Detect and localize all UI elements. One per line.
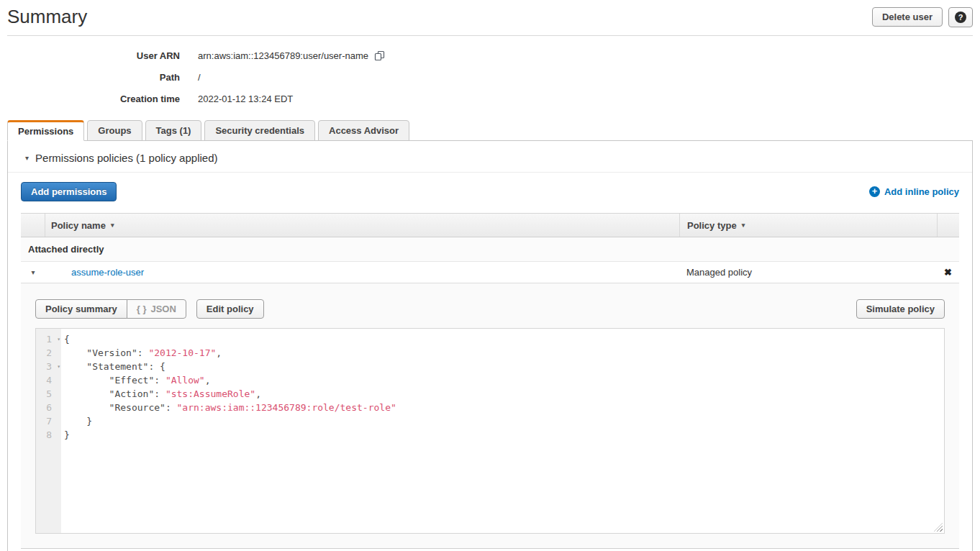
add-inline-policy-label: Add inline policy: [884, 186, 959, 197]
user-arn-label: User ARN: [0, 50, 180, 61]
remove-policy-icon[interactable]: ✖: [944, 267, 952, 278]
tab-security-credentials[interactable]: Security credentials: [204, 120, 315, 141]
policy-detail-toolbar: Policy summary { }JSON Edit policy Simul…: [35, 299, 945, 319]
plus-circle-icon: +: [869, 186, 880, 197]
user-arn-value: arn:aws:iam::123456789:user/user-name: [198, 50, 368, 61]
help-button[interactable]: ?: [948, 7, 973, 27]
sort-caret-icon: ▾: [742, 222, 745, 229]
code-line: {: [64, 332, 944, 346]
policy-view-controls: Policy summary { }JSON Edit policy: [35, 299, 264, 319]
policy-type-column-header[interactable]: Policy type ▾: [679, 214, 937, 237]
json-view-button[interactable]: { }JSON: [127, 299, 186, 319]
line-number: 5: [36, 387, 61, 401]
json-button-label: JSON: [150, 304, 176, 314]
attached-directly-group-row: Attached directly: [21, 237, 959, 262]
add-inline-policy-link[interactable]: + Add inline policy: [869, 186, 959, 197]
editor-line-number-gutter: 1▾ 2 3▾ 4 5 6 7 8: [36, 329, 61, 533]
tab-bar: Permissions Groups Tags (1) Security cre…: [7, 120, 980, 141]
creation-time-value: 2022-01-12 13:24 EDT: [198, 94, 293, 104]
tab-groups[interactable]: Groups: [87, 120, 142, 141]
sort-caret-icon: ▾: [111, 222, 114, 229]
header-caret-cell: [21, 214, 45, 237]
policy-json-editor[interactable]: 1▾ 2 3▾ 4 5 6 7 8 { "Version": "2012-10-…: [35, 328, 945, 534]
section-title: Permissions policies (1 policy applied): [35, 152, 217, 164]
remove-policy-cell: ✖: [937, 267, 959, 278]
policy-type-header-label: Policy type: [687, 220, 737, 231]
help-icon: ?: [955, 12, 966, 23]
code-line: "Statement": {: [64, 360, 944, 373]
policy-table: Policy name ▾ Policy type ▾ Attached dir…: [21, 213, 959, 549]
add-permissions-button[interactable]: Add permissions: [21, 182, 117, 201]
line-number: 4: [36, 373, 61, 387]
row-expand-cell[interactable]: ▾: [21, 268, 45, 276]
policy-summary-button[interactable]: Policy summary: [35, 299, 127, 319]
simulate-policy-button[interactable]: Simulate policy: [856, 299, 945, 319]
copy-icon[interactable]: [374, 50, 385, 61]
line-number: 8: [36, 428, 61, 442]
policy-row-assume-role-user[interactable]: ▾ assume-role-user Managed policy ✖: [21, 262, 959, 283]
code-line: "Effect": "Allow",: [64, 373, 944, 387]
code-line: }: [64, 414, 944, 428]
delete-user-button[interactable]: Delete user: [872, 7, 943, 27]
code-line: "Version": "2012-10-17",: [64, 346, 944, 360]
permissions-policies-section-header[interactable]: ▾ Permissions policies (1 policy applied…: [8, 141, 972, 173]
policy-name-link[interactable]: assume-role-user: [71, 267, 144, 278]
path-value: /: [198, 72, 201, 83]
code-line: "Resource": "arn:aws:iam::123456789:role…: [64, 401, 944, 414]
line-number: 6: [36, 401, 61, 414]
line-number: 7: [36, 414, 61, 428]
permissions-tab-panel: ▾ Permissions policies (1 policy applied…: [7, 140, 973, 551]
policy-name-header-label: Policy name: [51, 220, 106, 231]
tab-tags[interactable]: Tags (1): [145, 120, 202, 141]
braces-icon: { }: [137, 304, 147, 314]
fold-icon[interactable]: ▾: [57, 360, 60, 373]
policy-actions-row: Add permissions + Add inline policy: [8, 173, 972, 213]
page-header: Summary Delete user ?: [0, 0, 980, 35]
line-number: 1▾: [36, 332, 61, 346]
creation-time-label: Creation time: [0, 94, 180, 104]
code-line: }: [64, 428, 944, 442]
user-arn-value-wrap: arn:aws:iam::123456789:user/user-name: [198, 50, 385, 61]
section-collapse-icon: ▾: [25, 154, 29, 162]
field-row-user-arn: User ARN arn:aws:iam::123456789:user/use…: [0, 50, 980, 61]
field-row-path: Path /: [0, 72, 980, 83]
edit-policy-button[interactable]: Edit policy: [196, 299, 264, 319]
policy-name-column-header[interactable]: Policy name ▾: [45, 214, 679, 237]
policy-detail-panel: Policy summary { }JSON Edit policy Simul…: [21, 283, 959, 549]
code-line: "Action": "sts:AssumeRole",: [64, 387, 944, 401]
policy-type-cell: Managed policy: [679, 267, 937, 278]
line-number: 2: [36, 346, 61, 360]
summary-fields: User ARN arn:aws:iam::123456789:user/use…: [0, 50, 980, 104]
header-divider: [7, 35, 973, 36]
header-remove-cell: [937, 214, 959, 237]
page-title: Summary: [7, 6, 87, 28]
fold-icon[interactable]: ▾: [57, 332, 60, 346]
policy-table-header: Policy name ▾ Policy type ▾: [21, 213, 959, 237]
tab-permissions[interactable]: Permissions: [7, 120, 84, 141]
field-row-creation-time: Creation time 2022-01-12 13:24 EDT: [0, 94, 980, 104]
policy-name-cell: assume-role-user: [45, 267, 679, 278]
path-label: Path: [0, 72, 180, 83]
editor-code-area[interactable]: { "Version": "2012-10-17", "Statement": …: [61, 329, 944, 533]
row-expand-icon: ▾: [31, 268, 35, 276]
line-number: 3▾: [36, 360, 61, 373]
header-actions: Delete user ?: [872, 7, 973, 27]
policy-view-button-group: Policy summary { }JSON: [35, 299, 186, 319]
tab-access-advisor[interactable]: Access Advisor: [318, 120, 409, 141]
